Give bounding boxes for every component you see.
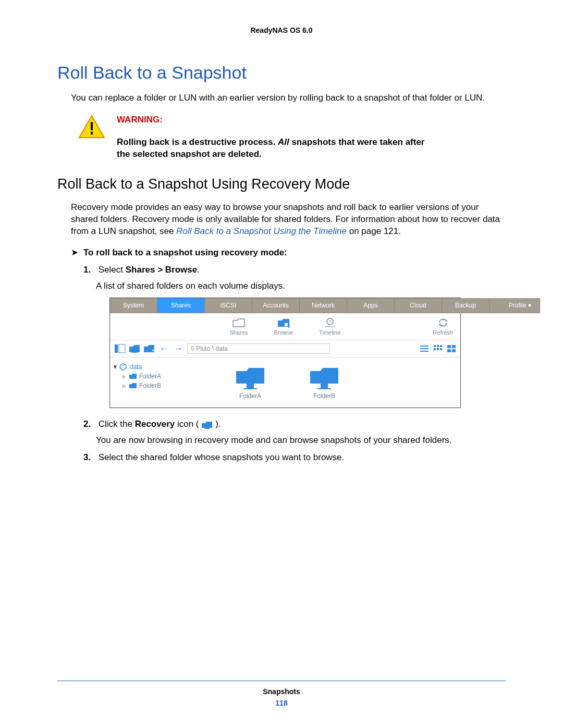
folder-tree: ▼ data ▹ FolderA ▹ (110, 357, 198, 408)
tree-item-folderb[interactable]: ▹ FolderB (121, 381, 195, 390)
svg-rect-2 (91, 132, 93, 134)
warning-label: WARNING: (117, 115, 430, 125)
svg-rect-18 (440, 345, 442, 347)
tree-item-label: FolderB (139, 381, 161, 390)
svg-rect-30 (317, 388, 331, 389)
sub-toolbar: Shares Browse Timeline Refresh (110, 313, 460, 340)
volume-icon (119, 363, 128, 371)
svg-rect-27 (247, 384, 254, 388)
procedure-arrow-icon: ➤ (71, 247, 78, 258)
expand-icon[interactable]: ▼ (112, 363, 117, 371)
forward-arrow-icon[interactable]: → (173, 342, 184, 355)
new-folder-icon[interactable]: + (143, 344, 155, 353)
ui-screenshot: System Shares iSCSI Accounts Network App… (109, 298, 461, 409)
page-title: Roll Back to a Snapshot (57, 63, 506, 83)
step-2-text-c: icon ( (175, 419, 199, 429)
tile-area: FolderA FolderB (198, 357, 460, 408)
step-number: 1. (83, 264, 96, 276)
page-footer: Snapshots 118 (57, 681, 506, 707)
step-3-text: Select the shared folder whose snapshots… (99, 452, 345, 462)
svg-rect-21 (440, 348, 442, 350)
running-header: ReadyNAS OS 6.0 (57, 26, 506, 34)
svg-text:+: + (152, 348, 155, 353)
procedure-heading-text: To roll back to a snapshot using recover… (83, 248, 287, 258)
toolbar-refresh[interactable]: Refresh (433, 317, 453, 337)
svg-rect-1 (91, 122, 93, 130)
svg-rect-19 (434, 348, 436, 350)
grid-view-icon[interactable] (433, 344, 443, 353)
step-2-sub: You are now browsing in recovery mode an… (96, 435, 506, 447)
tab-iscsi[interactable]: iSCSI (205, 298, 252, 313)
expand-icon[interactable]: ▹ (121, 381, 127, 390)
step-1-sub: A list of shared folders on each volume … (96, 280, 506, 292)
tile-label: FolderA (234, 392, 266, 400)
svg-rect-9 (115, 344, 118, 353)
refresh-icon (436, 317, 450, 328)
cross-ref-link[interactable]: Roll Back to a Snapshot Using the Timeli… (176, 226, 347, 236)
share-folder-large-icon (308, 365, 340, 390)
section-paragraph: Recovery mode provides an easy way to br… (71, 202, 506, 238)
svg-rect-23 (452, 345, 456, 348)
step-number: 2. (83, 418, 96, 430)
tab-network[interactable]: Network (300, 298, 347, 313)
warning-body: Rolling back is a destructive process. A… (117, 137, 430, 161)
tile-folderb[interactable]: FolderB (308, 365, 340, 400)
share-folder-icon (129, 373, 137, 379)
step-2-text-a: Click the (99, 419, 135, 429)
step-1-text-a: Select (99, 265, 126, 275)
toolbar-refresh-label: Refresh (433, 329, 453, 336)
list-view-icon[interactable] (420, 344, 429, 353)
toolbar-browse-label: Browse (274, 329, 293, 336)
tab-cloud[interactable]: Cloud (395, 298, 442, 313)
tab-backup[interactable]: Backup (442, 298, 489, 313)
browse-icon (277, 317, 290, 328)
tree-panel-icon[interactable] (114, 344, 126, 353)
expand-icon[interactable]: ▹ (121, 372, 127, 380)
intro-paragraph: You can replace a folder or LUN with an … (71, 92, 506, 104)
svg-rect-16 (434, 345, 436, 347)
timeline-icon (323, 317, 337, 328)
large-view-icon[interactable] (447, 344, 456, 353)
tree-item-foldera[interactable]: ▹ FolderA (121, 372, 195, 380)
path-input[interactable] (187, 343, 330, 354)
svg-point-26 (120, 364, 126, 370)
tab-profile[interactable]: Profile ▾ (489, 298, 540, 313)
svg-rect-28 (243, 388, 257, 389)
pathbar: + ← → (110, 340, 460, 357)
tab-system[interactable]: System (110, 298, 157, 313)
warning-block: WARNING: Rolling back is a destructive p… (78, 115, 506, 161)
toolbar-timeline[interactable]: Timeline (319, 317, 340, 337)
svg-rect-24 (447, 349, 451, 352)
p2-text-b: on page 121. (347, 226, 401, 236)
tab-accounts[interactable]: Accounts (252, 298, 300, 313)
footer-page-number: 118 (57, 699, 506, 707)
step-2: 2. Click the Recovery icon ( ). You are … (83, 418, 506, 447)
tree-root[interactable]: ▼ data (112, 363, 195, 371)
toolbar-shares-label: Shares (230, 329, 248, 336)
step-1-text-c: . (197, 265, 200, 275)
step-3: 3. Select the shared folder whose snapsh… (83, 452, 506, 464)
section-heading: Roll Back to a Snapshot Using Recovery M… (57, 176, 506, 192)
svg-rect-17 (437, 345, 439, 347)
warning-body-prefix: Rolling back is a destructive process. (117, 137, 278, 147)
share-folder-large-icon (234, 365, 266, 390)
svg-rect-22 (447, 345, 451, 348)
tab-shares[interactable]: Shares (157, 298, 205, 313)
share-folder-icon (129, 382, 137, 389)
tree-root-label: data (130, 363, 142, 371)
svg-rect-31 (204, 427, 210, 429)
toolbar-timeline-label: Timeline (319, 329, 340, 336)
tile-foldera[interactable]: FolderA (234, 365, 266, 400)
recovery-icon[interactable] (129, 344, 140, 353)
svg-rect-25 (452, 349, 456, 352)
toolbar-shares[interactable]: Shares (230, 317, 248, 337)
procedure-heading: ➤ To roll back to a snapshot using recov… (71, 247, 506, 258)
tab-apps[interactable]: Apps (347, 298, 395, 313)
tree-item-label: FolderA (139, 372, 161, 380)
step-number: 3. (83, 452, 96, 464)
main-tabs: System Shares iSCSI Accounts Network App… (110, 298, 460, 313)
toolbar-browse[interactable]: Browse (274, 317, 293, 337)
back-arrow-icon[interactable]: ← (158, 342, 169, 355)
svg-rect-10 (119, 344, 125, 353)
step-2-bold: Recovery (135, 419, 175, 429)
